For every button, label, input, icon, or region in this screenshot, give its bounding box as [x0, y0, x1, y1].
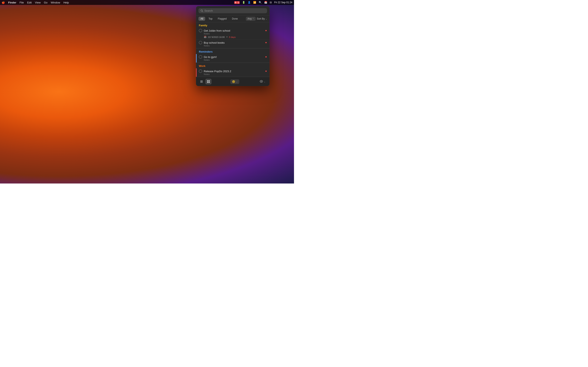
task-notes-4: Notes: [199, 73, 267, 75]
task-row-2: Buy school books: [199, 41, 267, 44]
task-notes-1: Notes: [199, 33, 267, 35]
reminders-section: Reminders Go to gym! Notes: [196, 49, 269, 63]
family-section: Family Get Julián from school Notes 📅 22…: [196, 22, 269, 48]
notification-badge[interactable]: 8 · 1: [234, 1, 240, 4]
list-icon: [200, 80, 203, 83]
datetime-display: Fri 22 Sep 01:24: [274, 1, 292, 4]
grid-icon: [207, 80, 210, 83]
task-notes-2: Notes: [199, 44, 267, 47]
filter-any-button[interactable]: Any ⌃: [246, 17, 256, 21]
task-title-4: Release PopDo 2023.2: [204, 70, 264, 73]
apple-menu[interactable]: 🍎: [2, 1, 5, 4]
task-title-2: Buy school books: [204, 41, 264, 44]
task-row-3: Go to gym!: [199, 55, 267, 58]
task-circle-1[interactable]: [199, 29, 202, 32]
search-bar: [196, 6, 269, 16]
calendar-status-icon: 📅: [264, 1, 267, 4]
bottom-toolbar: 😊 ⌄ ⌄: [196, 77, 269, 86]
grid-view-button[interactable]: [205, 79, 212, 84]
filter-tab-top[interactable]: Top: [207, 17, 214, 21]
svg-rect-2: [200, 81, 203, 81]
task-date-row-1: 📅 22/ 9/2023 16:00 ✕ 0 days: [199, 36, 267, 38]
emoji-button[interactable]: 😊 ⌄: [230, 79, 239, 84]
task-item-4: Release PopDo 2023.2 Notes: [196, 68, 269, 77]
filter-tab-done[interactable]: Done: [230, 17, 240, 21]
filter-tab-flagged[interactable]: Flagged: [216, 17, 229, 21]
wifi-icon: 📶: [253, 1, 256, 4]
svg-rect-8: [209, 82, 210, 83]
task-date-text-1: 22/ 9/2023 16:00: [208, 36, 225, 38]
work-group-header: Work: [196, 63, 269, 68]
svg-rect-6: [209, 80, 210, 81]
svg-rect-4: [200, 82, 203, 83]
task-dot-2: [265, 42, 267, 43]
family-group-header: Family: [196, 22, 269, 28]
search-icon[interactable]: 🔍: [259, 1, 262, 4]
task-dot-4: [265, 71, 267, 72]
help-menu[interactable]: Help: [63, 1, 69, 4]
filter-tabs: All Top Flagged Done Any ⌃ Sort By ⌄: [196, 16, 269, 22]
task-dot-3: [265, 56, 267, 58]
svg-rect-5: [207, 80, 208, 81]
task-title-3: Go to gym!: [204, 55, 264, 58]
task-row-1: Get Julián from school: [199, 29, 267, 32]
control-center-icon[interactable]: ⊟: [270, 1, 272, 4]
view-chevron: ⌄: [264, 81, 265, 83]
svg-rect-3: [200, 81, 203, 82]
popdo-widget: All Top Flagged Done Any ⌃ Sort By ⌄ Fam…: [196, 6, 269, 86]
task-item-1: Get Julián from school Notes 📅 22/ 9/202…: [196, 28, 269, 40]
content-area: Family Get Julián from school Notes 📅 22…: [196, 22, 269, 77]
task-date-close-1[interactable]: ✕: [226, 36, 228, 38]
search-icon: [200, 9, 203, 12]
emoji-chevron: ⌄: [236, 81, 238, 83]
file-menu[interactable]: File: [20, 1, 24, 4]
user-icon: 👤: [248, 1, 251, 4]
task-circle-3[interactable]: [199, 55, 202, 58]
search-input-wrap[interactable]: [199, 8, 267, 13]
filter-tab-all[interactable]: All: [199, 17, 205, 21]
search-input[interactable]: [204, 9, 265, 12]
task-item-3: Go to gym! Notes: [196, 54, 269, 63]
eye-icon: [260, 80, 263, 83]
window-menu[interactable]: Window: [51, 1, 60, 4]
reminders-group-header: Reminders: [196, 49, 269, 54]
task-item-2: Buy school books Notes: [196, 40, 269, 48]
emoji-icon: 😊: [232, 80, 235, 83]
svg-line-1: [202, 11, 203, 12]
battery-icon: 🔋: [242, 1, 245, 4]
task-circle-2[interactable]: [199, 41, 202, 44]
task-row-4: Release PopDo 2023.2: [199, 69, 267, 73]
menubar: 🍎 Finder File Edit View Go Window Help 8…: [0, 0, 294, 5]
filter-sortby-button[interactable]: Sort By ⌄: [257, 17, 267, 20]
list-view-button[interactable]: [199, 79, 205, 84]
task-circle-4[interactable]: [199, 69, 202, 73]
svg-rect-7: [207, 82, 208, 83]
task-notes-3: Notes: [199, 59, 267, 61]
finder-menu[interactable]: Finder: [8, 1, 16, 4]
work-section: Work Release PopDo 2023.2 Notes: [196, 63, 269, 77]
menubar-left: 🍎 Finder File Edit View Go Window Help: [2, 1, 234, 4]
menubar-right: 8 · 1 🔋 👤 📶 🔍 📅 ⊟ Fri 22 Sep 01:24: [234, 1, 292, 4]
go-menu[interactable]: Go: [44, 1, 47, 4]
edit-menu[interactable]: Edit: [27, 1, 32, 4]
task-dot-1: [265, 30, 267, 31]
view-options-button[interactable]: ⌄: [258, 79, 267, 84]
calendar-icon-1: 📅: [204, 36, 207, 38]
view-menu[interactable]: View: [35, 1, 41, 4]
task-overdue-1: 0 days: [229, 36, 236, 38]
task-title-1: Get Julián from school: [204, 29, 264, 32]
svg-point-10: [261, 81, 262, 82]
